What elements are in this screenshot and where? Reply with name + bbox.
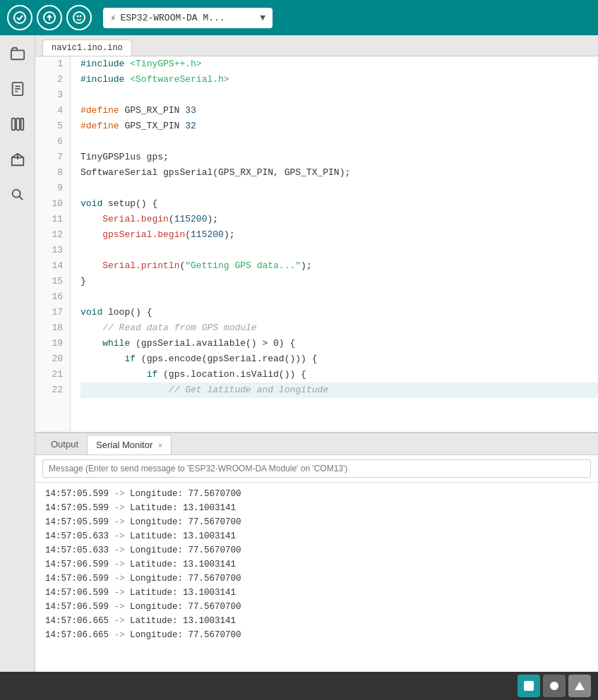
taskbar-icon-3[interactable]: [568, 675, 591, 697]
line-number: 14: [35, 258, 70, 274]
line-number: 1: [35, 56, 70, 72]
code-line: [80, 88, 598, 103]
svg-rect-19: [524, 681, 534, 691]
code-editor[interactable]: 12345678910111213141516171819202122 #inc…: [35, 56, 598, 432]
line-number: 11: [35, 212, 70, 227]
line-number: 12: [35, 227, 70, 243]
code-line: }: [80, 274, 598, 289]
code-line: #define GPS_RX_PIN 33: [80, 103, 598, 119]
line-numbers: 12345678910111213141516171819202122: [35, 56, 71, 432]
taskbar-icon-2[interactable]: [543, 675, 566, 697]
svg-marker-21: [575, 682, 585, 690]
serial-arrow-icon: ->: [114, 588, 125, 598]
serial-timestamp: 14:57:06.599: [45, 588, 114, 598]
svg-rect-13: [20, 119, 23, 131]
tab-output[interactable]: Output: [42, 435, 87, 454]
serial-message: Latitude: 13.1003141: [125, 616, 237, 626]
serial-message: Longitude: 77.5670700: [125, 602, 241, 612]
board-name: ESP32-WROOM-DA M...: [120, 13, 256, 23]
serial-timestamp: 14:57:06.599: [45, 560, 114, 569]
serial-arrow-icon: ->: [114, 630, 125, 640]
serial-message: Longitude: 77.5670700: [125, 545, 241, 555]
sidebar-search-icon[interactable]: [6, 183, 29, 206]
serial-input-bar: [35, 455, 598, 483]
code-line: Serial.begin(115200);: [80, 212, 598, 227]
code-line: SoftwareSerial gpsSerial(GPS_RX_PIN, GPS…: [80, 165, 598, 181]
sidebar-library-icon[interactable]: [6, 113, 29, 135]
serial-timestamp: 14:57:05.633: [45, 531, 114, 541]
file-tabs: navic1.ino.ino: [35, 35, 598, 56]
line-number: 13: [35, 243, 70, 258]
serial-timestamp: 14:57:06.665: [45, 616, 114, 626]
serial-message: Longitude: 77.5670700: [125, 517, 241, 527]
code-line: [80, 243, 598, 258]
serial-timestamp: 14:57:05.633: [45, 545, 114, 555]
dropdown-chevron-icon: ▼: [260, 13, 265, 23]
svg-point-4: [77, 16, 79, 18]
serial-message: Longitude: 77.5670700: [125, 489, 241, 499]
serial-timestamp: 14:57:06.665: [45, 630, 114, 640]
taskbar-icon-1[interactable]: [518, 675, 540, 697]
serial-output-line: 14:57:05.599 -> Latitude: 13.1003141: [45, 501, 588, 515]
code-line: void setup() {: [80, 196, 598, 212]
serial-monitor-close-icon[interactable]: ×: [158, 441, 162, 449]
serial-output-line: 14:57:05.599 -> Longitude: 77.5670700: [45, 487, 588, 501]
upload-button[interactable]: [37, 5, 62, 30]
line-number: 10: [35, 196, 70, 212]
svg-rect-12: [16, 119, 20, 131]
serial-timestamp: 14:57:06.599: [45, 574, 114, 584]
code-line: TinyGPSPlus gps;: [80, 150, 598, 165]
code-line: [80, 134, 598, 150]
sidebar-folder-icon[interactable]: [6, 42, 29, 65]
tab-serial-monitor[interactable]: Serial Monitor ×: [87, 435, 172, 454]
toolbar: ⚡ ESP32-WROOM-DA M... ▼: [0, 0, 598, 35]
code-line: #define GPS_TX_PIN 32: [80, 119, 598, 134]
serial-message: Latitude: 13.1003141: [125, 560, 237, 569]
code-line: if (gps.encode(gpsSerial.read())) {: [80, 351, 598, 367]
serial-output-line: 14:57:06.599 -> Latitude: 13.1003141: [45, 586, 588, 600]
svg-point-0: [14, 12, 25, 23]
svg-point-3: [73, 12, 85, 23]
line-number: 19: [35, 336, 70, 351]
code-line: #include <TinyGPS++.h>: [80, 56, 598, 72]
code-line: while (gpsSerial.available() > 0) {: [80, 336, 598, 351]
serial-arrow-icon: ->: [114, 602, 125, 612]
sidebar-boards-icon[interactable]: [6, 148, 29, 171]
main-area: navic1.ino.ino 1234567891011121314151617…: [0, 35, 598, 672]
line-number: 4: [35, 103, 70, 119]
code-lines: #include <TinyGPS++.h>#include <Software…: [71, 56, 598, 432]
serial-output-line: 14:57:05.633 -> Longitude: 77.5670700: [45, 543, 588, 557]
serial-message: Latitude: 13.1003141: [125, 531, 237, 541]
line-number: 5: [35, 119, 70, 134]
code-line: [80, 289, 598, 305]
serial-message: Latitude: 13.1003141: [125, 503, 237, 513]
code-line: Serial.println("Getting GPS data...");: [80, 258, 598, 274]
code-line: [80, 181, 598, 196]
svg-point-5: [80, 16, 82, 18]
serial-message: Latitude: 13.1003141: [125, 588, 237, 598]
serial-output-line: 14:57:06.665 -> Longitude: 77.5670700: [45, 628, 588, 642]
serial-arrow-icon: ->: [114, 531, 125, 541]
sidebar-sketch-icon[interactable]: [6, 78, 29, 100]
svg-rect-11: [11, 119, 15, 131]
serial-arrow-icon: ->: [114, 517, 125, 527]
code-line: // Read data from GPS module: [80, 320, 598, 336]
code-line: if (gps.location.isValid()) {: [80, 367, 598, 382]
serial-message: Longitude: 77.5670700: [125, 630, 241, 640]
line-number: 8: [35, 165, 70, 181]
line-number: 20: [35, 351, 70, 367]
line-number: 6: [35, 134, 70, 150]
code-line: gpsSerial.begin(115200);: [80, 227, 598, 243]
bottom-tabs: Output Serial Monitor ×: [35, 433, 598, 455]
line-number: 17: [35, 305, 70, 320]
serial-monitor-label: Serial Monitor: [96, 440, 153, 450]
file-tab-navic[interactable]: navic1.ino.ino: [42, 40, 132, 56]
board-selector[interactable]: ⚡ ESP32-WROOM-DA M... ▼: [103, 8, 273, 28]
debug-button[interactable]: [66, 5, 92, 30]
sidebar: [0, 35, 35, 672]
svg-line-18: [19, 196, 23, 200]
line-number: 18: [35, 320, 70, 336]
serial-message-input[interactable]: [42, 459, 591, 478]
verify-button[interactable]: [7, 5, 32, 30]
serial-arrow-icon: ->: [114, 560, 125, 569]
